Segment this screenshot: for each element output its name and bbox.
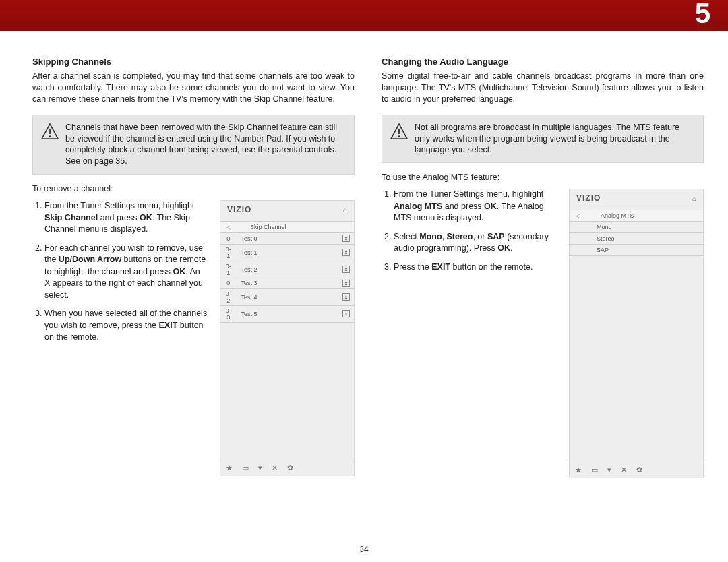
lead-remove: To remove a channel: [32,184,355,193]
osd-footer: ★ ▭ ▾ ✕ ✿ [220,460,354,476]
svg-point-5 [398,135,400,137]
home-icon: ⌂ [692,195,696,202]
gear-icon: ✿ [636,466,642,474]
osd-footer: ★ ▭ ▾ ✕ ✿ [570,462,703,478]
heading-audio: Changing the Audio Language [382,57,704,67]
star-icon: ★ [226,464,233,472]
heading-skipping: Skipping Channels [32,57,355,67]
steps-mts: From the Tuner Settings menu, highlight … [382,189,557,280]
table-row: 0-3Test 5x [220,305,354,322]
osd-logo: VIZIO [576,193,601,203]
back-icon: ◁ [574,212,582,219]
chevron-down-icon: ▾ [258,464,262,472]
chevron-down-icon: ▾ [607,466,611,474]
notice-mts-text: Not all programs are broadcast in multip… [415,122,695,156]
table-row: 0-1Test 1x [220,244,354,261]
step-skip-3: When you have selected all of the channe… [44,308,208,344]
page-number: 34 [0,544,728,554]
table-row: 0Test 3x [220,278,354,288]
back-icon: ◁ [224,224,233,230]
warning-icon [41,123,59,143]
checkbox-icon: x [342,280,350,287]
svg-point-2 [49,135,51,137]
osd-skip: VIZIO ⌂ ◁ Skip Channel 0Test 0x 0-1Test … [220,200,355,476]
steps-skip: From the Tuner Settings menu, highlight … [32,200,208,350]
wide-icon: ▭ [242,464,249,472]
star-icon: ★ [575,466,582,474]
osd-mts: VIZIO ⌂ ◁ Analog MTS Mono Stereo SAP ★ ▭… [569,189,704,478]
table-row: 0Test 0x [220,233,354,244]
left-column: Skipping Channels After a channel scan i… [32,57,355,478]
close-icon: ✕ [621,466,627,474]
page-body: Skipping Channels After a channel scan i… [0,31,728,478]
osd-skip-table: 0Test 0x 0-1Test 1x 0-1Test 2x 0Test 3x … [220,233,354,323]
table-row: 0-1Test 2x [220,261,354,278]
lead-mts: To use the Analog MTS feature: [382,173,704,182]
osd-mts-title: Analog MTS [582,212,699,219]
close-icon: ✕ [272,464,278,472]
gear-icon: ✿ [287,464,293,472]
checkbox-icon: x [342,293,350,301]
notice-mts: Not all programs are broadcast in multip… [382,115,704,164]
chapter-bar: 5 [0,0,728,31]
list-item: Stereo [570,233,703,245]
step-mts-1: From the Tuner Settings menu, highlight … [394,189,557,224]
warning-icon [390,123,408,143]
step-mts-2: Select Mono, Stereo, or SAP (secondary a… [394,231,557,255]
table-row: 0-2Test 4x [220,288,354,305]
home-icon: ⌂ [343,206,347,214]
osd-logo: VIZIO [227,205,251,214]
step-mts-3: Press the EXIT button on the remote. [394,261,557,274]
wide-icon: ▭ [591,466,598,474]
step-skip-1: From the Tuner Settings menu, highlight … [44,200,208,236]
checkbox-icon: x [342,235,350,242]
notice-skip-text: Channels that have been removed with the… [65,122,346,168]
intro-skipping: After a channel scan is completed, you m… [32,71,355,105]
notice-skip: Channels that have been removed with the… [32,115,355,175]
list-item: Mono [570,222,703,233]
chapter-number: 5 [695,0,710,30]
right-column: Changing the Audio Language Some digital… [382,57,704,478]
intro-audio: Some digital free-to-air and cable chann… [382,71,704,105]
osd-skip-title: Skip Channel [233,224,286,230]
list-item: SAP [570,245,703,256]
checkbox-icon: x [342,249,350,256]
checkbox-icon: x [342,266,350,273]
checkbox-icon: x [342,310,350,317]
step-skip-2: For each channel you wish to remove, use… [44,243,208,302]
